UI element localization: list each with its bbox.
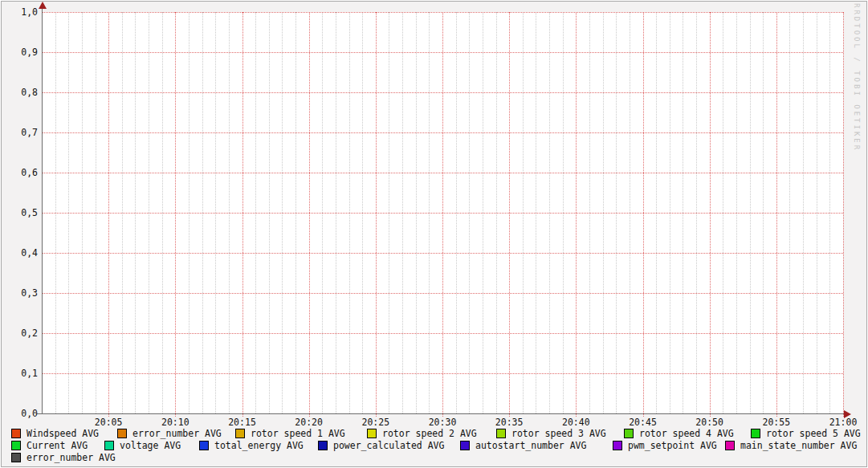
legend-label: error_number AVG: [26, 453, 116, 463]
y-tick-label: 0,6: [6, 167, 38, 178]
legend-label: rotor speed 1 AVG: [251, 429, 345, 439]
major-gridline-vertical: [843, 12, 844, 417]
legend-row: Current AVGvoltage AVGtotal_energy AVGpo…: [0, 440, 868, 452]
rrdtool-graph: 1,00,90,80,70,60,50,40,30,20,10,0 20:052…: [0, 0, 868, 468]
legend-item: error_number AVG: [11, 452, 116, 463]
major-gridline-horizontal: [42, 373, 843, 374]
y-tick-label: 0,2: [6, 328, 38, 339]
legend-item: total_energy AVG: [199, 440, 304, 451]
legend-swatch: [751, 429, 760, 438]
x-tick-label: 20:50: [686, 417, 734, 428]
legend-swatch: [460, 441, 470, 450]
major-gridline-vertical: [509, 12, 510, 417]
legend-label: rotor speed 3 AVG: [511, 429, 606, 439]
x-tick-label: 20:55: [752, 417, 801, 428]
major-gridline-vertical: [643, 12, 644, 417]
legend-swatch: [199, 441, 209, 450]
legend-item: Windspeed AVG: [11, 428, 99, 439]
legend-swatch: [613, 441, 622, 450]
legend-label: power_calculated AVG: [333, 441, 444, 451]
major-gridline-horizontal: [42, 12, 843, 13]
legend-swatch: [11, 429, 21, 438]
y-tick-label: 1,0: [6, 6, 38, 18]
x-tick-label: 20:25: [352, 417, 400, 428]
major-gridline-horizontal: [42, 52, 843, 53]
legend-item: voltage AVG: [104, 440, 181, 451]
legend-item: rotor speed 4 AVG: [624, 428, 734, 439]
x-tick-label: 20:40: [552, 417, 600, 428]
major-gridline-horizontal: [42, 253, 843, 254]
legend-item: error_number AVG: [117, 428, 222, 439]
x-tick-label: 20:05: [84, 417, 132, 428]
y-tick-label: 0,3: [6, 287, 38, 299]
legend-swatch: [318, 441, 328, 450]
y-tick-label: 0,4: [6, 247, 38, 258]
major-gridline-horizontal: [42, 173, 843, 173]
legend-item: Current AVG: [11, 440, 88, 451]
x-tick-label: 20:35: [485, 417, 533, 428]
legend-label: main_state_number AVG: [740, 441, 857, 451]
y-tick-label: 0,5: [6, 207, 38, 218]
major-gridline-horizontal: [42, 293, 843, 294]
legend-label: voltage AVG: [120, 441, 181, 451]
y-tick-label: 0,0: [6, 408, 38, 419]
legend-item: rotor speed 1 AVG: [235, 428, 345, 439]
legend-label: rotor speed 2 AVG: [382, 429, 477, 439]
legend-label: error_number AVG: [132, 429, 222, 439]
legend-label: Current AVG: [26, 441, 88, 451]
legend-item: rotor speed 3 AVG: [496, 428, 606, 439]
legend-label: pwm_setpoint AVG: [628, 441, 717, 451]
x-tick-label: 20:15: [218, 417, 267, 428]
legend-swatch: [235, 429, 245, 438]
major-gridline-vertical: [309, 12, 310, 417]
legend-item: rotor speed 2 AVG: [367, 428, 477, 439]
major-gridline-vertical: [242, 12, 243, 417]
major-gridline-horizontal: [42, 92, 843, 93]
legend-item: autostart_number AVG: [460, 440, 586, 451]
x-tick-label: 20:10: [151, 417, 199, 428]
y-axis-line: [42, 6, 43, 413]
legend-label: autostart_number AVG: [475, 441, 586, 451]
legend-row: Windspeed AVGerror_number AVGrotor speed…: [0, 428, 868, 440]
legend-swatch: [496, 429, 506, 438]
y-tick-label: 0,7: [6, 127, 38, 138]
major-gridline-vertical: [442, 12, 443, 417]
major-gridline-vertical: [175, 12, 176, 417]
x-tick-label: 20:20: [285, 417, 333, 428]
major-gridline-vertical: [576, 12, 577, 417]
x-tick-label: 21:00: [819, 417, 867, 428]
legend-swatch: [624, 429, 634, 438]
major-gridline-horizontal: [42, 333, 843, 334]
legend-item: main_state_number AVG: [725, 440, 857, 451]
legend-label: rotor speed 5 AVG: [766, 429, 861, 439]
major-gridline-vertical: [710, 12, 711, 417]
y-tick-label: 0,9: [6, 47, 38, 58]
legend-label: rotor speed 4 AVG: [639, 429, 734, 439]
legend-swatch: [11, 441, 21, 450]
legend-swatch: [367, 429, 377, 438]
legend-label: Windspeed AVG: [26, 429, 99, 439]
x-axis-line: [37, 413, 845, 414]
legend-swatch: [725, 441, 735, 450]
major-gridline-vertical: [376, 12, 377, 417]
legend-swatch: [117, 429, 127, 438]
major-gridline-vertical: [108, 12, 109, 417]
legend-swatch: [11, 453, 21, 462]
major-gridline-horizontal: [42, 213, 843, 214]
y-axis-arrow-icon: [39, 2, 47, 9]
legend-item: power_calculated AVG: [318, 440, 444, 451]
legend-item: rotor speed 5 AVG: [751, 428, 861, 439]
major-gridline-horizontal: [42, 132, 843, 133]
legend-swatch: [104, 441, 114, 450]
legend-label: total_energy AVG: [214, 441, 304, 451]
x-tick-label: 20:30: [418, 417, 467, 428]
rrdtool-watermark: RRDTOOL / TOBI OETIKER: [853, 3, 861, 152]
y-tick-label: 0,8: [6, 87, 38, 98]
legend-row: error_number AVG: [0, 452, 868, 464]
major-gridline-vertical: [776, 12, 777, 417]
y-tick-label: 0,1: [6, 368, 38, 379]
legend-item: pwm_setpoint AVG: [613, 440, 717, 451]
x-tick-label: 20:45: [619, 417, 667, 428]
plot-area: [42, 12, 843, 413]
